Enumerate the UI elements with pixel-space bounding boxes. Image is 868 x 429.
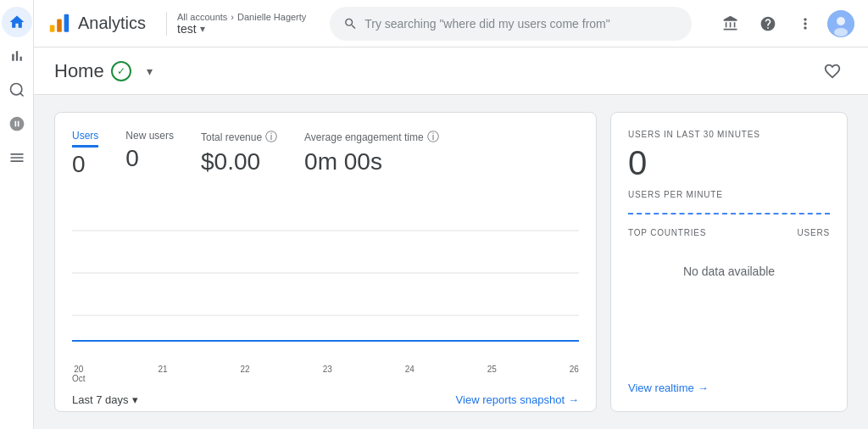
metric-engagement-label[interactable]: Average engagement time ⓘ [304, 130, 439, 145]
svg-point-6 [837, 17, 845, 25]
realtime-footer: View realtime → [628, 375, 830, 394]
main-stats-card: Users 0 New users 0 Total revenue ⓘ $0.0… [54, 112, 597, 412]
realtime-no-data: No data available [628, 244, 830, 298]
realtime-value: 0 [628, 146, 830, 180]
avatar-image [827, 10, 854, 37]
realtime-card: USERS IN LAST 30 MINUTES 0 USERS PER MIN… [610, 112, 848, 412]
metric-users: Users 0 [72, 130, 98, 178]
app-title: Analytics [78, 14, 146, 33]
breadcrumb-user: Danielle Hagerty [237, 12, 306, 22]
svg-rect-2 [50, 25, 55, 31]
metric-engagement-info[interactable]: ⓘ [427, 130, 439, 145]
svg-line-1 [19, 93, 23, 97]
metric-new-users: New users 0 [125, 130, 174, 172]
x-label-3: 23 [323, 365, 332, 383]
realtime-table-header: TOP COUNTRIES USERS [628, 228, 830, 237]
chart-area [72, 205, 579, 358]
header-logo: Analytics [47, 12, 146, 36]
view-reports-link[interactable]: View reports snapshot → [456, 393, 579, 406]
insights-button[interactable] [817, 56, 848, 86]
search-input[interactable] [364, 17, 678, 31]
breadcrumb-top: All accounts › Danielle Hagerty [177, 12, 306, 22]
sidebar-item-advertising[interactable] [2, 109, 32, 139]
sidebar-item-menu[interactable] [2, 142, 32, 173]
breadcrumb-all-accounts: All accounts [177, 12, 227, 22]
realtime-countries-header: TOP COUNTRIES [628, 228, 706, 237]
realtime-dashed-line [628, 213, 830, 214]
account-dropdown-arrow[interactable]: ▾ [200, 23, 205, 35]
date-filter-arrow: ▾ [132, 393, 138, 406]
help-button[interactable] [753, 8, 783, 39]
card-footer: Last 7 days ▾ View reports snapshot → [72, 393, 579, 406]
main-area: Analytics All accounts › Danielle Hagert… [34, 0, 868, 429]
x-label-2: 22 [241, 365, 250, 383]
date-filter[interactable]: Last 7 days ▾ [72, 393, 138, 406]
metric-new-users-value: 0 [125, 145, 174, 172]
svg-rect-4 [64, 14, 70, 31]
realtime-users-header: USERS [798, 228, 830, 237]
page-status-badge: ✓ [111, 61, 131, 81]
page-title-dropdown[interactable]: ▾ [138, 59, 162, 83]
search-icon [343, 16, 358, 31]
analytics-logo-icon [47, 12, 71, 36]
x-label-4: 24 [405, 365, 415, 383]
x-axis: 20 Oct 21 22 23 24 25 [72, 361, 579, 387]
apps-button[interactable] [715, 8, 746, 39]
breadcrumb-bottom[interactable]: test ▾ [177, 22, 306, 36]
breadcrumb: All accounts › Danielle Hagerty test ▾ [166, 12, 306, 36]
metric-users-label[interactable]: Users [72, 130, 98, 148]
user-avatar[interactable] [827, 10, 854, 37]
search-bar[interactable] [330, 7, 692, 41]
svg-rect-3 [57, 19, 62, 31]
realtime-label: USERS IN LAST 30 MINUTES [628, 130, 830, 139]
more-button[interactable] [790, 8, 821, 39]
metric-revenue: Total revenue ⓘ $0.00 [201, 130, 277, 176]
chart-svg [72, 205, 579, 358]
metric-users-value: 0 [72, 151, 98, 178]
x-label-6: 26 [570, 365, 579, 383]
metric-engagement-value: 0m 00s [304, 148, 439, 176]
page-title: Home [54, 60, 104, 82]
x-label-0: 20 Oct [72, 365, 86, 383]
x-label-5: 25 [487, 365, 497, 383]
svg-point-0 [10, 84, 21, 95]
sidebar-item-explore[interactable] [2, 75, 32, 105]
header-actions [715, 8, 854, 39]
metric-new-users-label[interactable]: New users [125, 130, 174, 142]
realtime-sublabel: USERS PER MINUTE [628, 190, 830, 199]
metric-engagement: Average engagement time ⓘ 0m 00s [304, 130, 439, 176]
svg-point-7 [834, 28, 848, 36]
content-area: Users 0 New users 0 Total revenue ⓘ $0.0… [34, 95, 868, 429]
sidebar [0, 0, 34, 429]
account-name: test [177, 22, 197, 36]
metric-revenue-label[interactable]: Total revenue ⓘ [201, 130, 277, 145]
header: Analytics All accounts › Danielle Hagert… [34, 0, 868, 47]
page-title-area: Home ✓ ▾ [54, 59, 162, 83]
breadcrumb-sep: › [231, 12, 234, 22]
x-label-1: 21 [159, 365, 168, 383]
sidebar-item-reports[interactable] [2, 41, 32, 71]
metric-revenue-value: $0.00 [201, 148, 277, 176]
metrics-row: Users 0 New users 0 Total revenue ⓘ $0.0… [72, 130, 579, 178]
metric-revenue-info[interactable]: ⓘ [265, 130, 277, 145]
sub-header: Home ✓ ▾ [34, 47, 868, 95]
sidebar-item-home[interactable] [2, 7, 32, 37]
view-realtime-link[interactable]: View realtime → [628, 382, 830, 394]
